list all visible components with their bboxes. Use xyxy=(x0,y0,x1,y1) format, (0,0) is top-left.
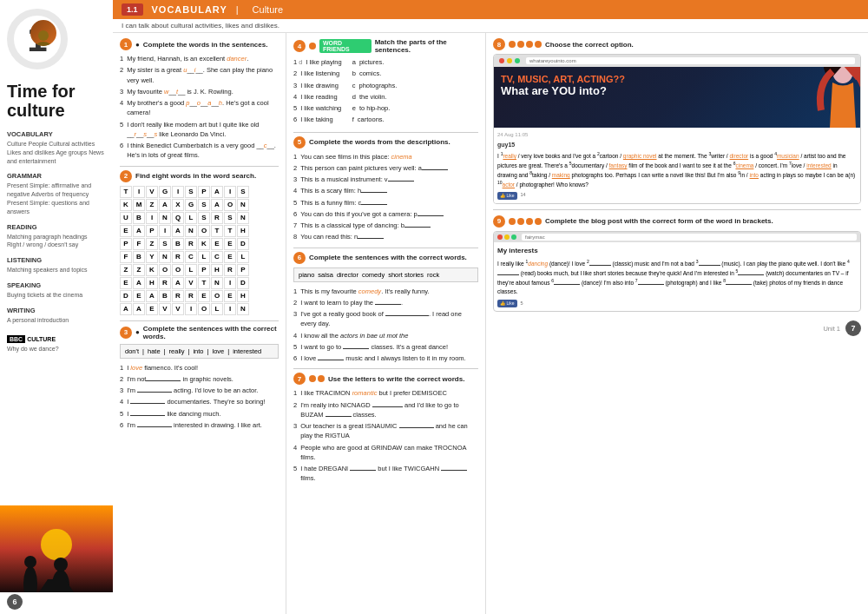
word-friends-badge: WORD FRIENDS xyxy=(319,39,372,53)
grid-cell: P xyxy=(198,264,210,276)
grid-cell: H xyxy=(211,264,223,276)
exercise-4-body: 1 d I like playing 2 I like listening 3 … xyxy=(293,57,478,127)
grid-cell: O xyxy=(224,199,236,211)
subject-label: VOCABULARY xyxy=(152,4,227,15)
exercise-7-dots xyxy=(309,375,325,382)
blog-title: My interests xyxy=(497,246,857,256)
exercise-1-dot: ● xyxy=(135,41,140,49)
svg-point-7 xyxy=(54,558,68,571)
grid-cell: V xyxy=(159,303,171,315)
blog-reactions: 👍 Like 5 xyxy=(497,300,857,308)
grid-cell: L xyxy=(237,251,249,263)
exercise-2-title: Find eight words in the word search. xyxy=(135,172,256,180)
grid-cell: R xyxy=(185,290,197,302)
grid-cell: P xyxy=(198,186,210,198)
grid-cell: V xyxy=(185,277,197,289)
column-3: 8 Choose the correct option. xyxy=(486,33,868,614)
content-columns: 1 ● Complete the words in the sentences.… xyxy=(113,33,868,614)
grid-cell: N xyxy=(237,199,249,211)
grid-cell: A xyxy=(172,277,184,289)
post-title-line2: What are YOU into? xyxy=(501,84,853,97)
grid-cell: P xyxy=(237,264,249,276)
grid-cell: U xyxy=(120,212,132,224)
exercise-3-number: 3 xyxy=(120,327,132,339)
exercise-2: 2 Find eight words in the word search. T… xyxy=(120,170,279,315)
exercise-7: 7 Use the letters to write the correct w… xyxy=(293,373,478,483)
exercise-5-body: 1You can see films in this place: cinema… xyxy=(293,152,478,242)
exercise-8-number: 8 xyxy=(493,38,505,50)
grid-cell: T xyxy=(211,225,223,237)
grid-cell: N xyxy=(159,212,171,224)
exercise-3-body: 1I love flamenco. It's cool! 2I'm not in… xyxy=(120,363,279,431)
page-number-left: 6 xyxy=(7,594,23,610)
grid-cell: K xyxy=(146,264,158,276)
left-sidebar: 1 Time for culture VOCABULARY Culture Pe… xyxy=(0,0,113,614)
post-title-line1: TV, MUSIC, ART, ACTING?? xyxy=(501,74,853,84)
grid-cell: A xyxy=(159,199,171,211)
grid-cell: I xyxy=(133,186,145,198)
exercise-6: 6 Complete the sentences with the correc… xyxy=(293,252,478,364)
post-content: 24 Aug 11:05 guy15 I 1really / very love… xyxy=(494,128,860,203)
exercise-3: 3 ● Complete the sentences with the corr… xyxy=(120,325,279,431)
grid-cell: O xyxy=(198,225,210,237)
grid-cell: E xyxy=(133,290,145,302)
grid-cell: H xyxy=(237,290,249,302)
exercise-6-word-bank: pianosalsadirectorcomedyshort storiesroc… xyxy=(293,267,478,282)
unit-title: Time for culture xyxy=(7,82,106,120)
exercise-4-number: 4 xyxy=(293,40,306,52)
grid-cell: R xyxy=(185,238,197,250)
grid-cell: L xyxy=(211,303,223,315)
topic-separator: | xyxy=(236,4,239,15)
grid-cell: S xyxy=(185,186,197,198)
post-heading: TV, MUSIC, ART, ACTING?? What are YOU in… xyxy=(501,74,853,97)
grid-cell: I xyxy=(159,225,171,237)
blog-min-dot xyxy=(504,234,510,240)
header-bar: 1.1 VOCABULARY | Culture xyxy=(113,0,868,19)
exercise-3-title: Complete the sentences with the correct … xyxy=(143,325,279,340)
grid-cell: L xyxy=(185,264,197,276)
unit-label: Unit 1 xyxy=(823,325,840,333)
browser-titlebar: whatareyouinto.com xyxy=(494,55,860,67)
grid-cell: D xyxy=(237,277,249,289)
exercise-7-number: 7 xyxy=(293,373,306,385)
blog-max-dot xyxy=(511,234,516,240)
exercise-5: 5 Complete the words from the descriptio… xyxy=(293,136,478,242)
unit-number: 1 xyxy=(7,9,68,69)
post-text: I 1really / very love books and I've got… xyxy=(497,151,857,189)
exercise-3-dot: ● xyxy=(135,328,140,336)
page-container: 1 Time for culture VOCABULARY Culture Pe… xyxy=(0,0,868,614)
grid-cell: L xyxy=(185,212,197,224)
exercise-7-title: Use the letters to write the correct wor… xyxy=(328,375,464,383)
sidebar-bbc-culture: BBC CULTURE Why do we dance? xyxy=(7,335,106,353)
grid-cell: E xyxy=(224,290,236,302)
exercise-7-body: 1I like TRACIMON romantic but I prefer D… xyxy=(293,388,478,483)
grid-cell: S xyxy=(237,186,249,198)
exercise-8: 8 Choose the correct option. xyxy=(493,38,861,204)
grid-cell: A xyxy=(211,186,223,198)
grid-cell: I xyxy=(172,186,184,198)
exercise-1: 1 ● Complete the words in the sentences.… xyxy=(120,38,279,161)
header-subtitle: I can talk about cultural activities, li… xyxy=(113,19,868,33)
grid-cell: S xyxy=(198,199,210,211)
grid-cell: A xyxy=(211,199,223,211)
exercise-9-number: 9 xyxy=(493,215,505,228)
exercise-9-title: Complete the blog post with the correct … xyxy=(545,217,773,225)
exercise-4-right: a pictures. b comics. c photographs. d t… xyxy=(352,57,398,127)
grid-cell: E xyxy=(224,251,236,263)
browser-url: whatareyouinto.com xyxy=(526,57,855,64)
page-number-right: 7 xyxy=(845,320,861,336)
grid-cell: O xyxy=(172,264,184,276)
unit-photo xyxy=(30,20,56,46)
social-post-area: TV, MUSIC, ART, ACTING?? What are YOU in… xyxy=(494,67,860,128)
grid-cell: A xyxy=(133,277,145,289)
exercise-8-dots xyxy=(509,41,542,48)
grid-cell: D xyxy=(120,290,132,302)
post-reactions: 👍 Like 14 xyxy=(497,192,857,200)
exercise-4-title: Match the parts of the sentences. xyxy=(375,38,478,54)
grid-cell: I xyxy=(224,277,236,289)
grid-cell: R xyxy=(211,212,223,224)
grid-cell: S xyxy=(224,212,236,224)
exercise-4-left: 1 d I like playing 2 I like listening 3 … xyxy=(293,57,342,127)
grid-cell: K xyxy=(120,199,132,211)
grid-cell: E xyxy=(120,277,132,289)
